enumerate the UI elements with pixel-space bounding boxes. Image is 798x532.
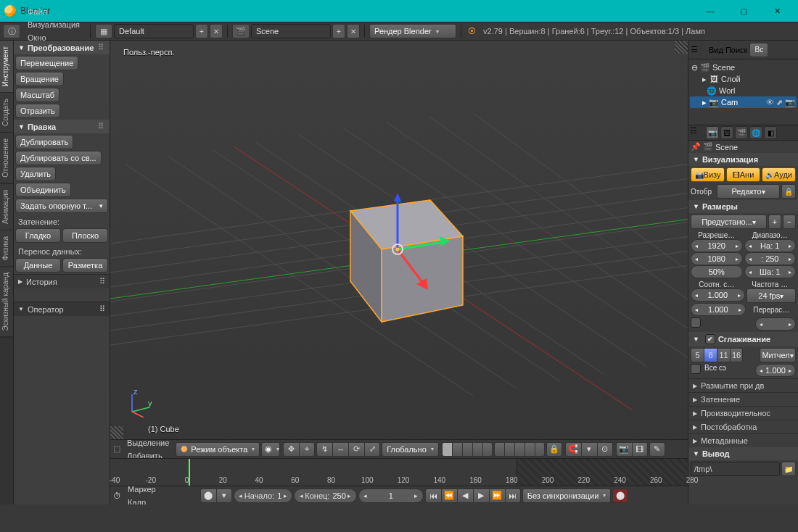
timeline-playhead[interactable] — [189, 459, 190, 486]
outliner-search-menu[interactable]: Поиск — [725, 46, 747, 54]
panel-header-edit[interactable]: ▼Правка⠿ — [14, 120, 110, 133]
render-preview-button[interactable]: 📷 — [616, 442, 632, 457]
remap-old-field[interactable]: ◂ ▸ — [755, 317, 796, 331]
editor-type-timeline-icon[interactable]: ⏱ — [113, 491, 121, 500]
transform-orientation-dropdown[interactable]: Глобально▾ — [382, 442, 439, 457]
aa-filter-dropdown[interactable]: Митчел ▾ — [760, 348, 796, 362]
editor-type-outliner-icon[interactable]: ☰ — [691, 45, 707, 54]
manipulator-translate[interactable]: ↔ — [332, 442, 348, 457]
vtab-4[interactable]: Физика — [0, 230, 13, 267]
outliner-filter-button[interactable]: Вс — [749, 43, 768, 57]
play-button[interactable]: ▶ — [473, 489, 489, 503]
output-path-field[interactable]: /tmp\ — [691, 462, 780, 476]
layout-add-button[interactable]: + — [195, 24, 208, 38]
vtab-1[interactable]: Создать — [0, 93, 13, 133]
window-close-button[interactable]: ✕ — [760, 0, 794, 22]
panel-header-collapsed[interactable]: ▶Производительнос — [688, 406, 798, 420]
scene-add-button[interactable]: + — [332, 24, 345, 38]
panel-header-collapsed[interactable]: ▶Метаданные — [688, 433, 798, 447]
editor-type-3dview-icon[interactable]: ⬚ — [113, 444, 120, 454]
vtab-5[interactable]: Эскизный каранд — [0, 267, 13, 337]
panel-header-render[interactable]: ▼Визуализация — [688, 153, 798, 166]
preset-remove-button[interactable]: − — [783, 215, 796, 229]
scene-name-field[interactable]: Scene — [251, 24, 331, 38]
snap-target-dropdown[interactable]: ⊙ — [597, 442, 613, 457]
panel-header-transform[interactable]: ▼Преобразование⠿ — [14, 41, 110, 54]
layers-group[interactable] — [442, 442, 493, 457]
tab-world[interactable]: 🌐 — [749, 126, 762, 139]
editor-type-info-icon[interactable]: ⓘ — [3, 24, 20, 38]
tool-Дублировать[interactable]: Дублировать — [15, 135, 73, 149]
view3d-menu-Добавить[interactable]: Добавить — [122, 449, 174, 459]
outliner-item[interactable]: 🌐Worl — [690, 85, 797, 96]
manipulator-scale[interactable]: ⤢ — [364, 442, 380, 457]
shade-smooth-button[interactable]: Гладко — [15, 228, 61, 243]
jump-next-keyframe-button[interactable]: ⏩ — [489, 489, 505, 503]
resolution-pct-field[interactable]: 50% — [691, 265, 743, 278]
vtab-0[interactable]: Инструмент — [0, 41, 13, 93]
pivot-point-dropdown[interactable]: ✥ — [283, 442, 299, 457]
snap-toggle[interactable]: 🧲 — [565, 442, 581, 457]
frame-current-field[interactable]: ◂1▸ — [358, 489, 424, 503]
aa-samples-5[interactable]: 5 — [691, 348, 704, 362]
area-split-corner[interactable] — [110, 426, 123, 439]
lock-ui-toggle[interactable]: 🔒 — [781, 184, 796, 199]
panel-header-history[interactable]: ▶История⠿ — [14, 274, 110, 288]
menu-Файл[interactable]: Файл — [22, 5, 86, 18]
layout-name-field[interactable]: Default — [114, 24, 194, 38]
shade-flat-button[interactable]: Плоско — [62, 228, 108, 243]
antialias-checkbox[interactable]: ✔ — [705, 334, 715, 344]
outliner-view-menu[interactable]: Вид — [709, 46, 723, 54]
tool-Объединить[interactable]: Объединить — [15, 183, 71, 197]
resolution-x-field[interactable]: ◂1920▸ — [691, 239, 743, 252]
data-transfer-data-button[interactable]: Данные — [15, 258, 61, 273]
panel-header-dimensions[interactable]: ▼Размеры — [688, 200, 798, 213]
panel-header-antialias[interactable]: ▼✔Сглаживание — [688, 332, 798, 346]
manipulator-toggle[interactable]: ↯ — [316, 442, 332, 457]
panel-header-operator[interactable]: ▼Оператор⠿ — [14, 302, 110, 316]
keying-set-dropdown[interactable]: ▾ — [216, 489, 232, 503]
timeline-area[interactable]: -40-200204060801001201401601802002202402… — [110, 458, 688, 486]
render-preset-dropdown[interactable]: Предустано... ▾ — [691, 215, 767, 229]
outliner-tree[interactable]: ⊖🎬Scene ▸🖼Слой 🌐Worl▸📷Cam👁⬈📷 — [688, 59, 798, 125]
aa-filter-size-field[interactable]: ◂1.000▸ — [755, 364, 796, 377]
manipulator-rotate[interactable]: ⟳ — [348, 442, 364, 457]
sync-mode-dropdown[interactable]: Без синхронизации▾ — [522, 489, 612, 503]
jump-to-start-button[interactable]: ⏮ — [425, 489, 441, 503]
tab-scene[interactable]: 🎬 — [735, 126, 748, 139]
eye-icon[interactable]: 👁 — [766, 98, 774, 107]
view3d-menu-Выделение[interactable]: Выделение — [122, 439, 174, 449]
tool-Вращение[interactable]: Вращение — [15, 72, 64, 86]
layout-browse-icon[interactable]: ▦ — [95, 24, 112, 38]
frame-start-prop[interactable]: ◂На: 1▸ — [744, 239, 797, 252]
object-mode-dropdown[interactable]: ⬣Режим объекта▾ — [176, 442, 260, 457]
aspect-x-field[interactable]: ◂1.000▸ — [691, 288, 745, 302]
pin-icon[interactable]: 📌 — [691, 142, 701, 151]
render-image-button[interactable]: 📷Визу — [691, 167, 725, 182]
frame-start-field[interactable]: ◂Начало:1▸ — [234, 489, 293, 503]
resolution-y-field[interactable]: ◂1080▸ — [691, 252, 743, 265]
tab-object[interactable]: ◧ — [764, 126, 777, 139]
tool-Отразить[interactable]: Отразить — [15, 104, 60, 118]
frame-end-field[interactable]: ◂Конец:250▸ — [294, 489, 356, 503]
render-anim-button[interactable]: 🎞Ани — [726, 167, 760, 182]
vtab-2[interactable]: Отношение — [0, 133, 13, 184]
scene-browse-icon[interactable]: 🎬 — [232, 24, 250, 38]
aspect-y-field[interactable]: ◂1.000▸ — [691, 303, 746, 316]
outliner-item[interactable]: ▸🖼Слой — [690, 73, 797, 85]
jump-to-end-button[interactable]: ⏭ — [505, 489, 521, 503]
viewport-shading-dropdown[interactable]: ◉▾ — [261, 442, 280, 457]
panel-header-collapsed[interactable]: ▶Затенение — [688, 392, 798, 406]
auto-keyframe-toggle[interactable]: ⬤ — [200, 489, 216, 503]
render-anim-preview-button[interactable]: 🎞 — [632, 442, 648, 457]
tool-Масштаб[interactable]: Масштаб — [15, 88, 59, 102]
data-transfer-layout-button[interactable]: Разметка — [62, 258, 108, 273]
tab-render[interactable]: 📷 — [706, 126, 719, 139]
display-mode-dropdown[interactable]: Редакто ▾ — [717, 184, 780, 199]
menu-Визуализация[interactable]: Визуализация — [22, 18, 86, 31]
panel-header-output[interactable]: ▼Вывод — [688, 447, 798, 460]
layers-group-2[interactable] — [494, 442, 545, 457]
tool-Удалить[interactable]: Удалить — [15, 167, 56, 181]
render-icon[interactable]: 📷 — [785, 98, 795, 107]
editor-type-properties-icon[interactable]: ☷ — [690, 126, 704, 139]
